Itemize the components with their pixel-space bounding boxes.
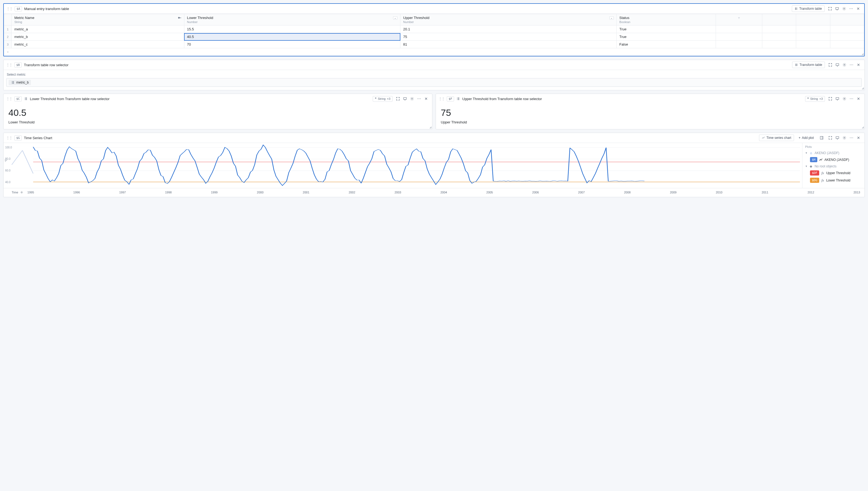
type-badge[interactable]: ❞ String +3: [373, 96, 393, 102]
gear-icon[interactable]: [19, 190, 24, 195]
table-cell[interactable]: [762, 33, 796, 41]
row-number[interactable]: 2: [4, 33, 12, 41]
add-plot-button[interactable]: + Add plot: [796, 135, 816, 141]
resize-handle-icon[interactable]: ◢: [429, 125, 432, 128]
panel-toggle-icon[interactable]: [818, 135, 825, 141]
table-row: 3metric_c7081False: [4, 41, 864, 48]
type-badge[interactable]: ❞ String +3: [805, 96, 825, 102]
table-cell[interactable]: [830, 33, 864, 41]
metric-select[interactable]: metric_b: [6, 78, 862, 87]
table-cell[interactable]: [796, 41, 830, 48]
table-cell[interactable]: 75: [400, 33, 616, 41]
row-number[interactable]: 3: [4, 41, 12, 48]
drag-handle-icon[interactable]: ⋮⋮: [6, 97, 12, 100]
column-header[interactable]: Lower Threshold⌄ Number: [184, 14, 400, 26]
resize-handle-icon[interactable]: ◢: [862, 52, 864, 55]
gear-icon[interactable]: [841, 62, 848, 68]
more-icon[interactable]: ⋯: [848, 5, 855, 12]
plot-item[interactable]: $DF fx Upper Threshold: [805, 169, 862, 177]
present-icon[interactable]: [834, 135, 841, 141]
column-header[interactable]: Status Boolean: [616, 14, 716, 26]
table-cell[interactable]: 15.5: [184, 26, 400, 33]
more-icon[interactable]: ⋯: [416, 95, 422, 102]
resize-handle-icon[interactable]: ◢: [862, 125, 864, 128]
plot-group[interactable]: ▼ ◈ No root objects: [805, 163, 862, 169]
x-tick: 2002: [349, 191, 355, 194]
expand-icon[interactable]: [827, 5, 833, 12]
table-cell[interactable]: [830, 41, 864, 48]
table-cell[interactable]: 70: [184, 41, 400, 48]
column-header[interactable]: Metric Name🔑︎ String: [12, 14, 184, 26]
more-icon[interactable]: ⋯: [848, 135, 855, 141]
table-cell[interactable]: [796, 33, 830, 41]
transform-table-button[interactable]: Transform table: [792, 5, 825, 12]
table-cell[interactable]: metric_b: [12, 33, 184, 41]
table-cell[interactable]: [716, 33, 762, 41]
add-row-button[interactable]: +: [4, 48, 864, 56]
table-cell[interactable]: metric_a: [12, 26, 184, 33]
plot-item[interactable]: $DG fx Lower Threshold: [805, 177, 862, 184]
card-title: Transform table row selector: [24, 63, 68, 67]
add-column-button[interactable]: +: [716, 14, 762, 26]
chevron-down-icon[interactable]: ⌄: [393, 16, 397, 20]
table-cell[interactable]: 81: [400, 41, 616, 48]
table-cell[interactable]: [762, 41, 796, 48]
column-header[interactable]: Upper Threshold⌄ Number: [400, 14, 616, 26]
row-number[interactable]: 1: [4, 26, 12, 33]
close-icon[interactable]: ✕: [855, 135, 862, 141]
table-cell[interactable]: [796, 26, 830, 33]
drag-handle-icon[interactable]: ⋮⋮: [439, 97, 444, 100]
table-cell[interactable]: 20.1: [400, 26, 616, 33]
table-cell[interactable]: False: [616, 41, 716, 48]
expand-icon[interactable]: [827, 135, 834, 141]
table-cell[interactable]: [716, 41, 762, 48]
transform-table-button[interactable]: Transform table: [792, 62, 825, 68]
x-tick: 2009: [670, 191, 676, 194]
table-cell[interactable]: [830, 26, 864, 33]
svg-rect-0: [836, 8, 839, 9]
expand-icon[interactable]: [827, 62, 834, 68]
y-axis-label: °F: [5, 159, 8, 162]
table-cell[interactable]: [762, 26, 796, 33]
table-cell[interactable]: 40.5: [184, 33, 400, 41]
drag-handle-icon[interactable]: ⋮⋮: [6, 136, 12, 140]
gear-icon[interactable]: [841, 135, 848, 141]
y-tick: 100.0: [5, 146, 12, 149]
selected-chip[interactable]: metric_b: [9, 80, 31, 85]
key-icon: 🔑︎: [178, 16, 181, 20]
gear-icon[interactable]: [841, 5, 847, 12]
gear-icon[interactable]: [409, 95, 415, 102]
drag-handle-icon[interactable]: ⋮⋮: [6, 63, 12, 67]
drag-handle-icon[interactable]: ⋮⋮: [6, 7, 12, 10]
expand-icon[interactable]: [827, 95, 834, 102]
close-icon[interactable]: ✕: [855, 5, 862, 12]
present-icon[interactable]: [834, 5, 840, 12]
gear-icon[interactable]: [841, 95, 848, 102]
chart-type-button[interactable]: Time series chart: [759, 135, 794, 141]
svg-point-10: [844, 137, 845, 138]
x-tick: 2008: [624, 191, 630, 194]
resize-handle-icon[interactable]: ◢: [862, 87, 864, 89]
close-icon[interactable]: ✕: [855, 95, 862, 102]
plots-panel: Plots ▼ ⌂ AKENO (JASDF) $H AKENO (JASDF)…: [802, 143, 865, 188]
close-icon[interactable]: ✕: [423, 95, 429, 102]
transform-icon: [795, 7, 798, 10]
more-icon[interactable]: ⋯: [848, 62, 855, 68]
table-cell[interactable]: metric_c: [12, 41, 184, 48]
chart-plot-area[interactable]: 40.060.080.0100.0 °F: [3, 143, 802, 188]
present-icon[interactable]: [402, 95, 408, 102]
corner-cell: [4, 14, 12, 26]
var-badge-f: $F: [447, 96, 454, 102]
table-cell[interactable]: True: [616, 33, 716, 41]
expand-icon[interactable]: [395, 95, 401, 102]
more-icon[interactable]: ⋯: [848, 95, 855, 102]
plot-group[interactable]: ▼ ⌂ AKENO (JASDF): [805, 150, 862, 156]
table-cell[interactable]: True: [616, 26, 716, 33]
chevron-down-icon[interactable]: ⌄: [610, 16, 614, 20]
close-icon[interactable]: ✕: [855, 62, 862, 68]
present-icon[interactable]: [834, 62, 841, 68]
svg-rect-9: [836, 137, 839, 139]
present-icon[interactable]: [834, 95, 841, 102]
plot-item[interactable]: $H AKENO (JASDF): [805, 156, 862, 163]
table-cell[interactable]: [716, 26, 762, 33]
